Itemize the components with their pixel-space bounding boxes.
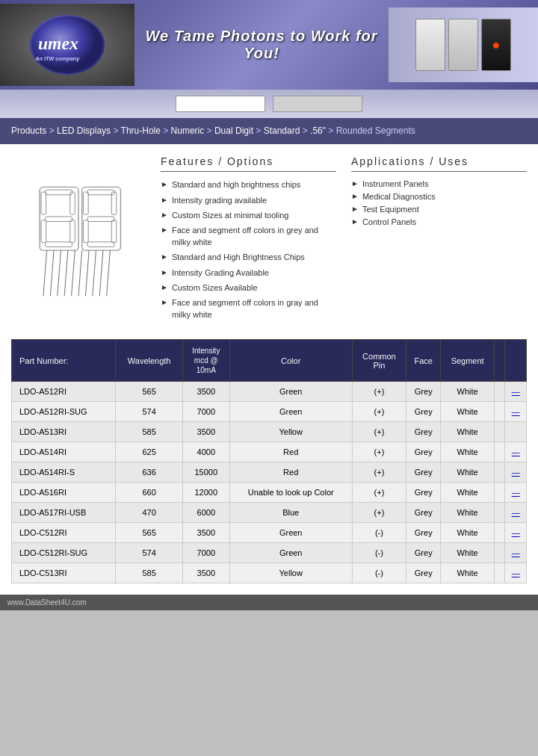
th-face: Face [406,340,441,382]
header-slogan: We Tame Photons to Work for You! [134,28,389,62]
svg-rect-13 [87,217,114,222]
arrow-icon-4: ► [161,225,168,235]
svg-rect-5 [46,217,72,222]
th-common-pin: CommonPin [352,340,406,382]
arrow-icon-2: ► [161,195,168,205]
td-wave-2: 585 [116,422,182,442]
td-part-3: LDO-A514RI [12,442,116,462]
svg-line-25 [85,250,89,296]
svg-rect-15 [84,192,89,214]
svg-rect-4 [46,190,72,195]
footer-text: www.DataSheet4U.com [7,598,87,607]
th-col9 [505,340,527,382]
th-color: Color [229,340,352,382]
td-pin-2: (+) [352,422,406,442]
td-face-2: Grey [406,422,441,442]
td-seg-1: White [441,402,495,422]
logo-circle: umex An ITW company [30,15,105,75]
td-link-7[interactable]: — [505,523,527,543]
td-pin-5: (+) [352,483,406,503]
table-row: LDO-A512RI 565 3500 Green (+) Grey White… [12,382,527,402]
td-int-2: 3500 [182,422,229,442]
td-link-0[interactable]: — [505,382,527,402]
td-wave-1: 574 [116,402,182,422]
td-part-6: LDO-A517RI-USB [12,503,116,523]
breadcrumb-products[interactable]: Products [11,126,46,136]
td-part-2: LDO-A513RI [12,422,116,442]
breadcrumb-thru-hole[interactable]: Thru-Hole [121,126,161,136]
td-link-4[interactable]: — [505,462,527,483]
search-input[interactable] [176,96,265,112]
breadcrumb-numeric[interactable]: Numeric [171,126,205,136]
td-face-8: Grey [406,543,441,563]
td-part-0: LDO-A512RI [12,382,116,402]
arrow-app-2: ► [351,192,359,200]
svg-line-26 [93,250,96,296]
td-wave-3: 625 [116,442,182,462]
td-link-9[interactable]: — [505,563,527,583]
svg-text:umex: umex [38,34,78,53]
td-e8-2 [494,422,504,442]
table-header-row: Part Number: Wavelength Intensitymcd @10… [12,340,527,382]
td-link-3[interactable]: — [505,442,527,462]
td-face-4: Grey [406,462,441,483]
td-int-9: 3500 [182,563,229,583]
svg-rect-8 [41,220,46,243]
td-face-3: Grey [406,442,441,462]
td-color-9: Yellow [229,563,352,583]
features-apps-section: Features / Options ► Standard and high b… [11,155,527,324]
search-button[interactable] [273,96,362,112]
breadcrumb-standard[interactable]: Standard [264,126,300,136]
table-row: LDO-C513RI 585 3500 Yellow (-) Grey Whit… [12,563,527,583]
app-item-3: ► Test Equipment [351,205,527,214]
svg-rect-18 [111,220,117,243]
svg-rect-7 [41,192,46,214]
td-face-7: Grey [406,523,441,543]
td-link-1[interactable]: — [505,402,527,422]
th-intensity: Intensitymcd @10mA [182,340,229,382]
td-int-6: 6000 [182,503,229,523]
td-seg-0: White [441,382,495,402]
td-part-5: LDO-A516RI [12,483,116,503]
svg-rect-10 [70,220,75,243]
breadcrumb: Products > LED Displays > Thru-Hole > Nu… [0,118,538,144]
breadcrumb-dual-digit[interactable]: Dual Digit [214,126,253,136]
arrow-app-1: ► [351,179,359,188]
td-e8-0 [494,382,504,402]
table-row: LDO-A512RI-SUG 574 7000 Green (+) Grey W… [12,402,527,422]
td-seg-7: White [441,523,495,543]
feature-item-4: ► Face and segment off colors in grey an… [161,225,336,248]
table-row: LDO-C512RI-SUG 574 7000 Green (-) Grey W… [12,543,527,563]
td-pin-1: (+) [352,402,406,422]
td-seg-6: White [441,503,495,523]
td-pin-8: (-) [352,543,406,563]
td-link-8[interactable]: — [505,543,527,563]
th-wavelength: Wavelength [116,340,182,382]
td-wave-4: 636 [116,462,182,483]
td-seg-3: White [441,442,495,462]
table-row: LDO-C512RI 565 3500 Green (-) Grey White… [12,523,527,543]
td-wave-0: 565 [116,382,182,402]
td-link-5[interactable]: — [505,483,527,503]
td-face-0: Grey [406,382,441,402]
product-diagram [22,180,134,300]
table-row: LDO-A516RI 660 12000 Unable to look up C… [12,483,527,503]
breadcrumb-56[interactable]: .56" [310,126,326,136]
th-part-number: Part Number: [12,340,116,382]
th-col8 [494,340,504,382]
td-link-6[interactable]: — [505,503,527,523]
td-pin-6: (+) [352,503,406,523]
td-part-7: LDO-C512RI [12,523,116,543]
arrow-icon-8: ► [161,297,168,308]
product-image [11,155,146,324]
td-link-2[interactable] [505,422,527,442]
svg-rect-17 [111,192,117,214]
td-int-0: 3500 [182,382,229,402]
breadcrumb-led-displays[interactable]: LED Displays [57,126,111,136]
logo-area: umex An ITW company [0,4,134,86]
td-int-1: 7000 [182,402,229,422]
svg-line-23 [72,250,75,296]
arrow-icon-1: ► [161,179,168,190]
td-pin-4: (+) [352,462,406,483]
table-row: LDO-A517RI-USB 470 6000 Blue (+) Grey Wh… [12,503,527,523]
